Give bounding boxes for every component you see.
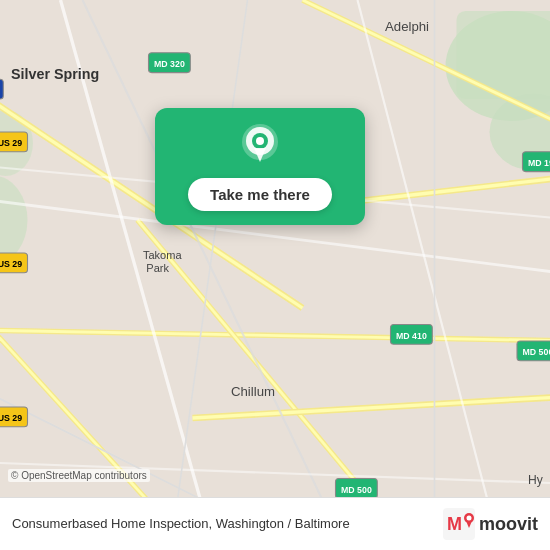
svg-text:Takoma: Takoma (143, 249, 182, 261)
svg-text:Hy: Hy (528, 473, 544, 487)
svg-text:MD 320: MD 320 (154, 59, 185, 69)
osm-credit: © OpenStreetMap contributors (8, 469, 150, 482)
svg-text:Chillum: Chillum (231, 384, 275, 399)
map-container: US 29 US 29 US 29 MD 320 MD 193 MD 410 M… (0, 0, 550, 550)
svg-text:Adelphi: Adelphi (385, 19, 429, 34)
map-svg: US 29 US 29 US 29 MD 320 MD 193 MD 410 M… (0, 0, 550, 550)
moovit-logo: M moovit (443, 508, 538, 540)
moovit-brand-text: moovit (479, 514, 538, 535)
svg-text:US 29: US 29 (0, 259, 22, 269)
take-me-there-button[interactable]: Take me there (188, 178, 332, 211)
location-pin-icon (242, 124, 278, 168)
svg-text:MD 410: MD 410 (396, 331, 427, 341)
svg-point-61 (466, 516, 471, 521)
svg-text:M: M (447, 514, 462, 534)
svg-text:Park: Park (146, 262, 169, 274)
svg-text:US 29: US 29 (0, 138, 22, 148)
svg-text:US 29: US 29 (0, 413, 22, 423)
bottom-bar: Consumerbased Home Inspection, Washingto… (0, 497, 550, 550)
location-title: Consumerbased Home Inspection, Washingto… (12, 516, 350, 533)
svg-text:Silver Spring: Silver Spring (11, 66, 99, 82)
popup-card: Take me there (155, 108, 365, 225)
svg-text:MD 500: MD 500 (341, 485, 372, 495)
svg-text:MD 193: MD 193 (528, 158, 550, 168)
svg-text:MD 500: MD 500 (522, 347, 550, 357)
svg-rect-3 (457, 11, 551, 99)
pin-icon-wrap (238, 124, 282, 168)
moovit-icon: M (443, 508, 475, 540)
svg-rect-45 (0, 79, 3, 99)
svg-point-56 (256, 137, 264, 145)
